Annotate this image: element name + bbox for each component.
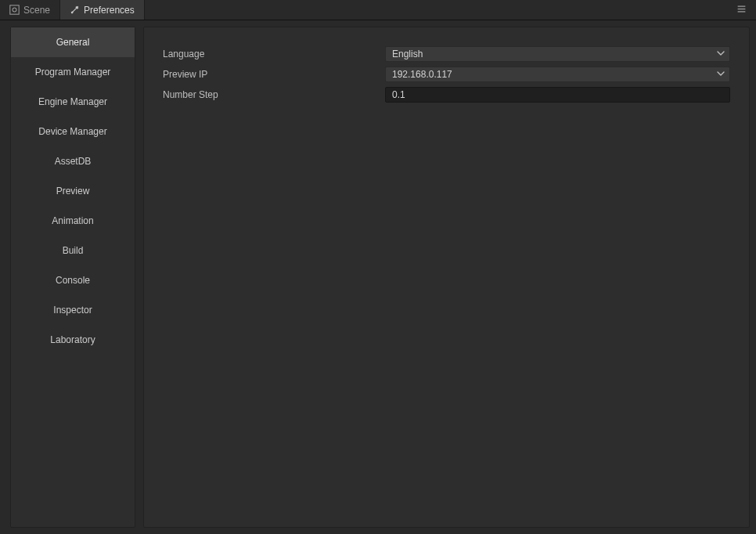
panel-menu-icon[interactable]	[733, 1, 750, 20]
field-language: Language English	[163, 46, 730, 62]
sidebar-item-inspector[interactable]: Inspector	[11, 295, 135, 325]
svg-rect-3	[738, 8, 746, 9]
sidebar-item-label: Console	[56, 275, 90, 286]
field-number-step: Number Step	[163, 87, 730, 103]
preview-ip-value: 192.168.0.117	[392, 69, 452, 80]
language-select[interactable]: English	[385, 46, 730, 62]
svg-point-1	[13, 8, 16, 12]
preferences-sidebar: General Program Manager Engine Manager D…	[10, 27, 135, 528]
sidebar-item-label: Device Manager	[38, 126, 106, 137]
sidebar-item-general[interactable]: General	[11, 27, 135, 57]
sidebar-item-label: Preview	[56, 186, 90, 197]
sidebar-item-label: AssetDB	[55, 156, 92, 167]
tools-icon	[70, 5, 80, 15]
tab-label: Scene	[23, 5, 50, 16]
sidebar-item-laboratory[interactable]: Laboratory	[11, 325, 135, 355]
sidebar-item-label: Build	[63, 245, 84, 256]
sidebar-item-label: Laboratory	[50, 334, 95, 345]
chevron-down-icon	[717, 69, 725, 80]
sidebar-item-engine-manager[interactable]: Engine Manager	[11, 87, 135, 117]
sidebar-item-label: Inspector	[53, 305, 92, 316]
svg-rect-0	[10, 5, 19, 14]
sidebar-item-assetdb[interactable]: AssetDB	[11, 146, 135, 176]
svg-rect-2	[738, 5, 746, 6]
tabbar: Scene Preferences	[0, 0, 756, 20]
scene-icon	[9, 5, 20, 15]
chevron-down-icon	[717, 49, 725, 60]
sidebar-item-label: General	[56, 37, 90, 48]
sidebar-item-label: Program Manager	[35, 67, 111, 78]
sidebar-item-preview[interactable]: Preview	[11, 176, 135, 206]
tab-scene[interactable]: Scene	[0, 0, 60, 20]
field-label-number-step: Number Step	[163, 89, 376, 100]
tab-label: Preferences	[84, 5, 135, 16]
sidebar-item-device-manager[interactable]: Device Manager	[11, 117, 135, 146]
field-preview-ip: Preview IP 192.168.0.117	[163, 67, 730, 82]
sidebar-item-label: Animation	[52, 215, 93, 226]
sidebar-item-label: Engine Manager	[38, 96, 107, 107]
field-label-preview-ip: Preview IP	[163, 69, 376, 80]
preferences-main: Language English Preview IP 192.168.0.11…	[143, 27, 750, 528]
tab-preferences[interactable]: Preferences	[60, 0, 145, 20]
number-step-input[interactable]	[392, 89, 723, 100]
preview-ip-select[interactable]: 192.168.0.117	[385, 67, 730, 82]
language-value: English	[392, 49, 423, 60]
svg-rect-4	[738, 11, 746, 12]
sidebar-item-console[interactable]: Console	[11, 265, 135, 295]
sidebar-item-build[interactable]: Build	[11, 236, 135, 265]
field-label-language: Language	[163, 49, 376, 60]
sidebar-item-program-manager[interactable]: Program Manager	[11, 57, 135, 87]
sidebar-item-animation[interactable]: Animation	[11, 206, 135, 236]
number-step-input-wrapper	[385, 87, 730, 103]
preferences-panel: General Program Manager Engine Manager D…	[0, 20, 756, 534]
